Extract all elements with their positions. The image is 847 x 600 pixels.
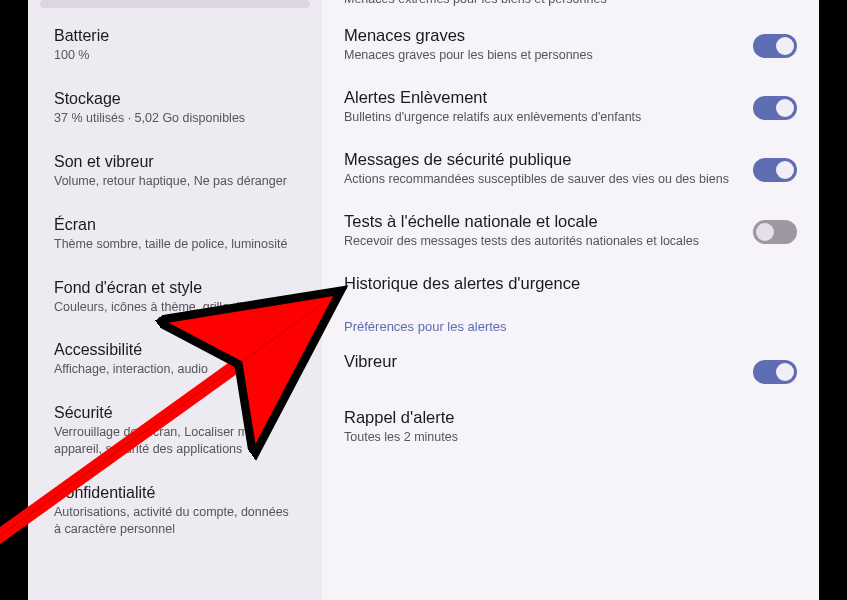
setting-title: Messages de sécurité publique bbox=[344, 150, 735, 169]
sidebar-item-title: Écran bbox=[54, 216, 296, 234]
sidebar-item-sub: Couleurs, icônes à thème, grille d'appli… bbox=[54, 299, 296, 316]
setting-text: Historique des alertes d'urgence bbox=[344, 274, 797, 293]
setting-text: Rappel d'alerte Toutes les 2 minutes bbox=[344, 408, 797, 446]
setting-text: Tests à l'échelle nationale et locale Re… bbox=[344, 212, 753, 250]
sidebar-item-battery[interactable]: Batterie 100 % bbox=[40, 14, 310, 77]
setting-sub: Bulletins d'urgence relatifs aux enlèvem… bbox=[344, 109, 735, 126]
setting-test-alerts[interactable]: Tests à l'échelle nationale et locale Re… bbox=[340, 200, 801, 262]
setting-vibrate[interactable]: Vibreur bbox=[340, 340, 801, 396]
toggle-public-safety[interactable] bbox=[753, 158, 797, 182]
toggle-vibrate[interactable] bbox=[753, 360, 797, 384]
toggle-knob bbox=[776, 99, 794, 117]
settings-detail-panel: Menaces extrêmes pour les biens et perso… bbox=[322, 0, 819, 600]
setting-text: Messages de sécurité publique Actions re… bbox=[344, 150, 753, 188]
toggle-test-alerts[interactable] bbox=[753, 220, 797, 244]
sidebar-item-sub: Autorisations, activité du compte, donné… bbox=[54, 504, 296, 538]
setting-sub: Menaces graves pour les biens et personn… bbox=[344, 47, 735, 64]
setting-title: Historique des alertes d'urgence bbox=[344, 274, 779, 293]
toggle-knob bbox=[776, 37, 794, 55]
setting-title: Menaces graves bbox=[344, 26, 735, 45]
setting-title: Alertes Enlèvement bbox=[344, 88, 735, 107]
sidebar-item-storage[interactable]: Stockage 37 % utilisés · 5,02 Go disponi… bbox=[40, 77, 310, 140]
sidebar-item-title: Confidentialité bbox=[54, 484, 296, 502]
setting-title: Tests à l'échelle nationale et locale bbox=[344, 212, 735, 231]
setting-alert-history[interactable]: Historique des alertes d'urgence bbox=[340, 262, 801, 305]
sidebar-item-wallpaper[interactable]: Fond d'écran et style Couleurs, icônes à… bbox=[40, 266, 310, 329]
setting-severe-threats[interactable]: Menaces graves Menaces graves pour les b… bbox=[340, 14, 801, 76]
setting-sub: Actions recommandées susceptibles de sau… bbox=[344, 171, 735, 188]
setting-text: Alertes Enlèvement Bulletins d'urgence r… bbox=[344, 88, 753, 126]
sidebar-item-privacy[interactable]: Confidentialité Autorisations, activité … bbox=[40, 471, 310, 551]
setting-sub: Toutes les 2 minutes bbox=[344, 429, 779, 446]
sidebar-item-title: Sécurité bbox=[54, 404, 296, 422]
sidebar-item-sound[interactable]: Son et vibreur Volume, retour haptique, … bbox=[40, 140, 310, 203]
toggle-knob bbox=[756, 223, 774, 241]
sidebar-item-title: Batterie bbox=[54, 27, 296, 45]
toggle-amber-alerts[interactable] bbox=[753, 96, 797, 120]
setting-title: Vibreur bbox=[344, 352, 735, 371]
sidebar-item-title: Stockage bbox=[54, 90, 296, 108]
sidebar-item-sub: 100 % bbox=[54, 47, 296, 64]
settings-sidebar: Batterie 100 % Stockage 37 % utilisés · … bbox=[28, 0, 322, 600]
sidebar-item-accessibility[interactable]: Accessibilité Affichage, interaction, au… bbox=[40, 328, 310, 391]
sidebar-item-sub: Thème sombre, taille de police, luminosi… bbox=[54, 236, 296, 253]
sidebar-item-sub: Verrouillage de l'écran, Localiser mon a… bbox=[54, 424, 296, 458]
setting-text: Menaces graves Menaces graves pour les b… bbox=[344, 26, 753, 64]
truncated-subtitle: Menaces extrêmes pour les biens et perso… bbox=[340, 0, 801, 14]
sidebar-item-sub: 37 % utilisés · 5,02 Go disponibles bbox=[54, 110, 296, 127]
setting-title: Rappel d'alerte bbox=[344, 408, 779, 427]
sidebar-item-title: Fond d'écran et style bbox=[54, 279, 296, 297]
setting-text: Vibreur bbox=[344, 352, 753, 371]
sidebar-item-security[interactable]: Sécurité Verrouillage de l'écran, Locali… bbox=[40, 391, 310, 471]
sidebar-item-display[interactable]: Écran Thème sombre, taille de police, lu… bbox=[40, 203, 310, 266]
sidebar-item-sub: Affichage, interaction, audio bbox=[54, 361, 296, 378]
setting-public-safety[interactable]: Messages de sécurité publique Actions re… bbox=[340, 138, 801, 200]
setting-amber-alerts[interactable]: Alertes Enlèvement Bulletins d'urgence r… bbox=[340, 76, 801, 138]
setting-alert-reminder[interactable]: Rappel d'alerte Toutes les 2 minutes bbox=[340, 396, 801, 458]
device-frame: Batterie 100 % Stockage 37 % utilisés · … bbox=[28, 0, 819, 600]
toggle-knob bbox=[776, 363, 794, 381]
setting-sub: Recevoir des messages tests des autorité… bbox=[344, 233, 735, 250]
sidebar-item-selected[interactable] bbox=[40, 0, 310, 8]
sidebar-item-sub: Volume, retour haptique, Ne pas déranger bbox=[54, 173, 296, 190]
sidebar-item-title: Son et vibreur bbox=[54, 153, 296, 171]
toggle-knob bbox=[776, 161, 794, 179]
sidebar-item-title: Accessibilité bbox=[54, 341, 296, 359]
section-header-alert-prefs: Préférences pour les alertes bbox=[340, 305, 801, 340]
toggle-severe-threats[interactable] bbox=[753, 34, 797, 58]
